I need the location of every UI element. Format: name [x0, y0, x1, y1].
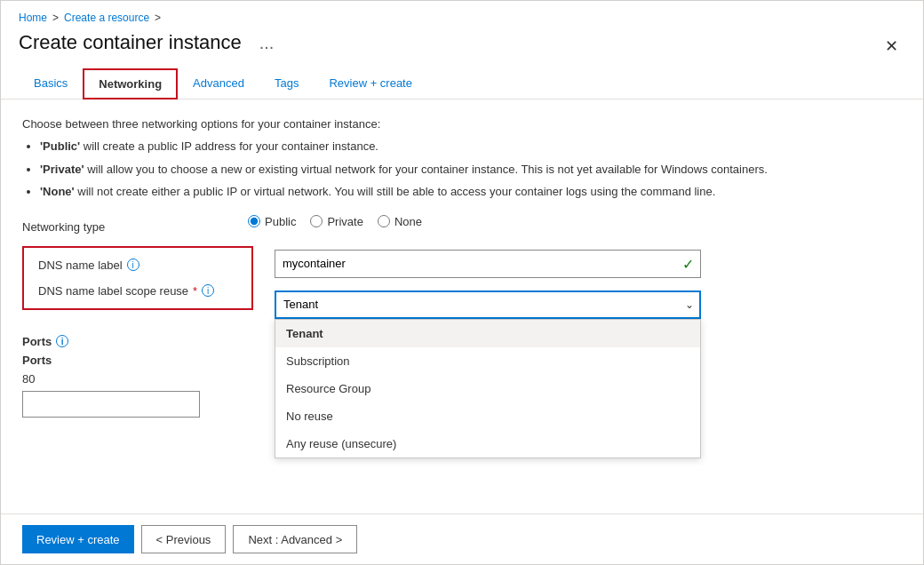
radio-public-label: Public — [265, 215, 296, 228]
title-row: Create container instance ··· ✕ — [19, 31, 905, 61]
bullet-none-key: 'None' — [40, 185, 75, 198]
radio-none-input[interactable] — [378, 215, 390, 227]
bullet-none: 'None' will not create either a public I… — [40, 183, 902, 201]
dns-label-row: DNS name label i — [38, 259, 237, 272]
tab-nav: Basics Networking Advanced Tags Review +… — [19, 68, 905, 99]
modal-header: Home > Create a resource > Create contai… — [1, 1, 923, 99]
page-title: Create container instance — [19, 31, 242, 61]
dropdown-option-resource-group[interactable]: Resource Group — [275, 375, 700, 402]
radio-private-label: Private — [327, 215, 362, 228]
dns-scope-label: DNS name label scope reuse — [38, 284, 188, 298]
dns-scope-required: * — [193, 284, 197, 298]
more-options-icon[interactable]: ··· — [259, 36, 275, 57]
breadcrumb-sep2: > — [155, 12, 161, 24]
radio-private[interactable]: Private — [310, 215, 362, 228]
breadcrumb-create-resource[interactable]: Create a resource — [64, 12, 149, 24]
modal-body: Choose between three networking options … — [1, 99, 923, 513]
radio-public-input[interactable] — [248, 215, 260, 227]
close-button[interactable]: ✕ — [878, 33, 905, 60]
dns-info-icon[interactable]: i — [127, 259, 139, 271]
dns-name-label: DNS name label — [38, 259, 123, 272]
dropdown-menu: Tenant Subscription Resource Group No re… — [275, 319, 701, 458]
radio-public[interactable]: Public — [248, 215, 296, 228]
dns-highlighted-box: DNS name label i DNS name label scope re… — [22, 246, 253, 310]
bullet-public-key: 'Public' — [40, 139, 80, 153]
radio-none-label: None — [394, 215, 422, 228]
dns-input-wrapper: ✓ — [275, 250, 701, 278]
radio-private-input[interactable] — [310, 215, 323, 227]
networking-type-label: Networking type — [22, 215, 227, 234]
breadcrumb-home[interactable]: Home — [19, 12, 47, 24]
bullet-private-text: will allow you to choose a new or existi… — [84, 163, 768, 176]
breadcrumb: Home > Create a resource > — [19, 12, 905, 24]
dropdown-option-any-reuse[interactable]: Any reuse (unsecure) — [275, 430, 700, 458]
dns-scope-select[interactable]: Tenant Subscription Resource Group No re… — [275, 290, 701, 319]
bullet-private: 'Private' will allow you to choose a new… — [40, 161, 902, 179]
dropdown-option-no-reuse[interactable]: No reuse — [275, 402, 700, 430]
dns-scope-label-row: DNS name label scope reuse * i — [38, 284, 237, 298]
bullet-public-text: will create a public IP address for your… — [80, 139, 378, 153]
tab-networking[interactable]: Networking — [83, 68, 178, 99]
dns-check-icon: ✓ — [682, 255, 694, 272]
next-button[interactable]: Next : Advanced > — [233, 525, 357, 553]
dns-scope-dropdown-wrapper: Tenant Subscription Resource Group No re… — [275, 290, 701, 319]
review-create-button[interactable]: Review + create — [22, 525, 134, 553]
breadcrumb-sep1: > — [52, 12, 59, 24]
bullets-list: 'Public' will create a public IP address… — [40, 138, 902, 201]
dns-name-input[interactable] — [275, 250, 701, 278]
description-text: Choose between three networking options … — [22, 117, 902, 131]
bullet-public: 'Public' will create a public IP address… — [40, 138, 902, 155]
dropdown-option-tenant[interactable]: Tenant — [275, 320, 700, 347]
port-input[interactable] — [22, 391, 200, 418]
bullet-private-key: 'Private' — [40, 163, 84, 176]
modal-footer: Review + create < Previous Next : Advanc… — [1, 513, 923, 564]
dropdown-option-subscription[interactable]: Subscription — [275, 347, 700, 375]
ports-info-icon[interactable]: i — [56, 335, 68, 347]
networking-type-row: Networking type Public Private None — [22, 215, 902, 234]
modal-container: Home > Create a resource > Create contai… — [0, 0, 924, 565]
dns-scope-info-icon[interactable]: i — [202, 284, 214, 297]
radio-none[interactable]: None — [378, 215, 422, 228]
tab-review-create[interactable]: Review + create — [314, 68, 427, 99]
tab-tags[interactable]: Tags — [259, 68, 314, 99]
bullet-none-text: will not create either a public IP or vi… — [75, 185, 716, 198]
previous-button[interactable]: < Previous — [141, 525, 227, 553]
tab-advanced[interactable]: Advanced — [178, 68, 259, 99]
ports-label: Ports — [22, 335, 52, 348]
tab-basics[interactable]: Basics — [19, 68, 83, 99]
networking-radio-group: Public Private None — [248, 215, 422, 228]
